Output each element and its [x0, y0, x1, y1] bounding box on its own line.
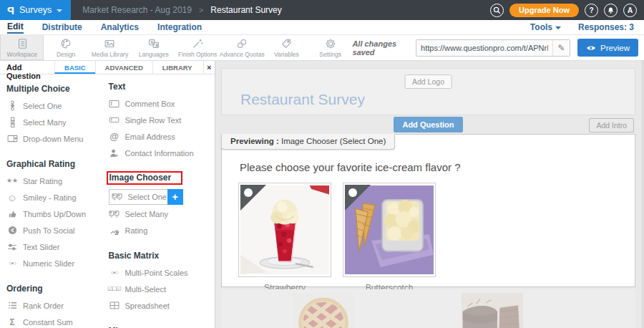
qtype-push-to-social[interactable]: Push To Social [6, 222, 104, 238]
chevron-down-icon [57, 9, 62, 12]
qtype-multi-point-scales[interactable]: ○▪○ Multi-Point Scales [109, 264, 215, 281]
qtype-image-chooser-rating[interactable]: Rating [109, 222, 215, 238]
qtype-spreadsheet[interactable]: Spreadsheet [109, 297, 215, 314]
toolbar-finish-options[interactable]: Finish Options [175, 35, 219, 60]
qtype-star-rating[interactable]: ★★ Star Rating [6, 173, 104, 189]
toolbar-languages[interactable]: Languages [132, 35, 175, 60]
qtype-label: Single Row Text [125, 116, 182, 125]
edit-url-icon[interactable] [552, 40, 570, 56]
qtype-email-address[interactable]: @ Email Address [109, 128, 215, 145]
panel-title: Add Question [0, 61, 54, 74]
tab-basic[interactable]: BASIC [54, 61, 95, 74]
survey-url-input[interactable] [416, 44, 552, 52]
tab-advanced[interactable]: ADVANCED [95, 61, 152, 74]
qtype-smiley-rating[interactable]: ☺ Smiley - Rating [6, 189, 104, 206]
at-icon: @ [109, 132, 120, 141]
panel-columns: Multiple Choice Select One Select Many D… [0, 74, 215, 328]
qtype-dropdown-menu[interactable]: Drop-down Menu [6, 130, 104, 147]
add-image-chooser-button[interactable]: + [167, 189, 183, 205]
gear-icon [324, 37, 337, 50]
strawberry-image[interactable] [238, 183, 331, 277]
add-question-button[interactable]: Add Question [394, 117, 462, 132]
surveys-menu[interactable]: P Surveys [0, 0, 71, 20]
tools-menu[interactable]: Tools [530, 22, 561, 32]
single-row-icon [109, 117, 120, 123]
toolbar-media-library[interactable]: Media Library [88, 35, 132, 60]
add-logo-button[interactable]: Add Logo [404, 74, 452, 89]
qtype-constant-sum[interactable]: Σ Constant Sum [6, 314, 104, 328]
questionpro-survey-editor: P Surveys Market Research - Aug 2019 > R… [0, 0, 644, 328]
close-panel-button[interactable]: × [203, 61, 215, 74]
qtype-contact-information[interactable]: Contact Information [109, 145, 215, 161]
toolbar-design[interactable]: Design [44, 35, 87, 60]
add-question-panel: Add Question BASIC ADVANCED LIBRARY × Mu… [0, 61, 215, 328]
qtype-label: Select One [23, 102, 62, 110]
top-bar: P Surveys Market Research - Aug 2019 > R… [0, 0, 644, 20]
stars-icon: ★★ [6, 178, 18, 184]
responses-link[interactable]: Responses: 3 [578, 22, 637, 32]
qtype-select-one[interactable]: Select One [6, 97, 104, 114]
qtype-label: Email Address [125, 132, 175, 141]
add-intro-button[interactable]: Add Intro [589, 118, 634, 132]
toolbar-workspace[interactable]: Workspace [0, 35, 44, 60]
slider-icon [6, 243, 18, 251]
chocolate-cake-illustration [462, 293, 523, 328]
qtype-multi-select[interactable]: ☑☐☑ Multi-Select [109, 281, 215, 297]
qtype-thumbs-up-down[interactable]: Thumbs Up/Down [6, 206, 104, 222]
qtype-label: Rating [125, 226, 148, 235]
qtype-label: Select One [128, 193, 167, 201]
help-button[interactable]: ? [585, 4, 598, 17]
qtype-text-slider[interactable]: Text Slider [6, 238, 104, 255]
radio-stack-icon [6, 100, 18, 111]
preview-scrollbar[interactable] [641, 61, 644, 328]
smiley-icon: ☺ [6, 193, 18, 203]
toolbar-advance-quotas[interactable]: Advance Quotas [220, 35, 265, 60]
chevron-down-icon [555, 26, 561, 29]
preview-button[interactable]: Preview [577, 39, 638, 57]
questionpro-logo-icon: P [7, 4, 14, 16]
qtype-image-chooser-select-many[interactable]: Select Many [109, 206, 215, 222]
radio-corner-badge[interactable] [345, 185, 371, 211]
avatar[interactable]: A [623, 4, 637, 17]
next-question-faded-row [221, 289, 635, 328]
qtype-label: Select Many [125, 210, 169, 218]
notifications-button[interactable] [604, 4, 618, 17]
search-button[interactable] [490, 4, 504, 17]
image-pair-icon [109, 210, 120, 218]
tab-distribute[interactable]: Distribute [42, 22, 82, 32]
media-icon [103, 37, 116, 50]
tab-edit[interactable]: Edit [7, 21, 24, 34]
toolbar-variables[interactable]: Variables [265, 35, 308, 60]
survey-title[interactable]: Restaurant Survey [240, 91, 365, 108]
qtype-comment-box[interactable]: Comment Box [109, 95, 215, 112]
share-icon [6, 226, 18, 235]
toolbar-label: Design [57, 51, 75, 58]
survey-actions-strip: Add Question Add Intro [221, 115, 635, 134]
radio-corner-badge[interactable] [240, 185, 266, 211]
tab-integration[interactable]: Integration [157, 22, 202, 32]
section-title-image-chooser-highlighted: Image Chooser [107, 171, 183, 185]
qtype-label: Push To Social [23, 226, 75, 235]
upgrade-now-button[interactable]: Upgrade Now [509, 4, 579, 17]
toolbar-settings[interactable]: Settings [308, 35, 352, 60]
qtype-label: Constant Sum [23, 318, 73, 327]
qtype-numeric-slider[interactable]: ○▪○ Numeric Slider [6, 255, 104, 271]
tab-library[interactable]: LIBRARY [152, 61, 202, 74]
sigma-icon: Σ [6, 318, 18, 327]
nav-right: Tools Responses: 3 [530, 22, 637, 32]
qtype-single-row-text[interactable]: Single Row Text [109, 112, 215, 128]
image-option-strawberry: Strawberry [238, 183, 331, 293]
save-status: All changes saved [352, 39, 409, 57]
butterscotch-image[interactable] [343, 183, 436, 277]
qtype-image-chooser-select-one[interactable]: Select One + [109, 189, 183, 205]
breadcrumb-parent[interactable]: Market Research - Aug 2019 [82, 5, 192, 15]
survey-preview-pane: Add Logo Restaurant Survey Add Question … [215, 61, 644, 328]
tab-analytics[interactable]: Analytics [101, 22, 139, 32]
qtype-select-many[interactable]: Select Many [6, 114, 104, 130]
tools-label: Tools [530, 22, 552, 32]
qtype-rank-order[interactable]: Rank Order [6, 297, 104, 314]
toolbar-label: Settings [319, 51, 341, 58]
panel-column-1: Multiple Choice Select One Select Many D… [0, 74, 104, 328]
section-title: Text [109, 82, 215, 92]
radio-dot-icon [348, 188, 357, 197]
